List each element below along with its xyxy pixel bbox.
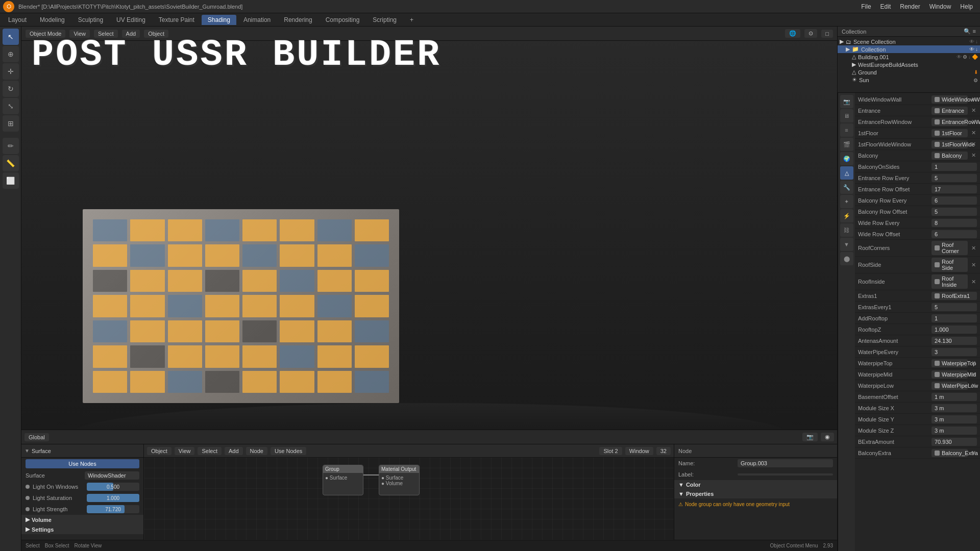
camera-btn[interactable]: 📷: [802, 433, 818, 441]
tab-scripting[interactable]: Scripting: [366, 15, 403, 25]
data-props-btn[interactable]: ▼: [840, 238, 853, 251]
use-nodes-button[interactable]: Use Nodes: [26, 459, 139, 468]
menu-edit[interactable]: Edit: [876, 2, 895, 11]
remove-EntranceRowWindow[interactable]: ✕: [970, 118, 977, 126]
remove-BalconyExtra[interactable]: ✕: [970, 449, 977, 457]
remove-WaterpipeLow[interactable]: ✕: [970, 382, 977, 389]
prop-1stFloorWideWindow: 1stFloorWideWindow 1stFloorWide ✕: [855, 139, 980, 150]
remove-Balcony[interactable]: ✕: [970, 152, 977, 159]
prop-WideRowOffset: Wide Row Offset 6: [855, 229, 980, 240]
remove-1stFloor[interactable]: ✕: [970, 130, 977, 137]
tool-measure[interactable]: 📏: [3, 155, 19, 171]
ne-view-menu[interactable]: View: [175, 447, 195, 455]
surface-value-text[interactable]: WindowShader: [85, 471, 139, 480]
node-box-group[interactable]: Group ● Surface: [323, 465, 363, 495]
label-value[interactable]: [738, 473, 833, 475]
settings-section[interactable]: ▶ Settings: [21, 524, 143, 534]
view-layer-props-btn[interactable]: ≡: [840, 123, 853, 137]
prop-RooftopZ: RooftopZ 1.000: [855, 324, 980, 335]
material-props-btn[interactable]: ⬤: [840, 252, 853, 265]
tool-cursor[interactable]: ⊕: [3, 46, 19, 62]
remove-WideWindowWall[interactable]: ✕: [970, 96, 977, 103]
tab-shading[interactable]: Shading: [202, 15, 236, 25]
properties-section[interactable]: ▼ Properties: [674, 489, 837, 498]
physics-props-btn[interactable]: ⚡: [840, 209, 853, 222]
ne-material[interactable]: Window: [625, 447, 653, 455]
scene-props-btn[interactable]: 🎬: [840, 138, 853, 151]
tab-layout[interactable]: Layout: [2, 15, 33, 25]
outliner-view-icon[interactable]: ≡: [973, 28, 976, 35]
tab-add[interactable]: +: [404, 15, 420, 25]
tool-annotate[interactable]: ✏: [3, 138, 19, 154]
remove-1stFloorWideWindow[interactable]: ✕: [970, 141, 977, 148]
ne-use-nodes[interactable]: Use Nodes: [271, 447, 306, 455]
slider-bar-3[interactable]: 71.720: [87, 505, 139, 513]
tab-sculpting[interactable]: Sculpting: [72, 15, 109, 25]
menu-file[interactable]: File: [857, 2, 875, 11]
remove-Entrance[interactable]: ✕: [970, 107, 977, 114]
tool-add-cube[interactable]: ⬜: [3, 172, 19, 189]
ne-node-menu[interactable]: Node: [246, 447, 267, 455]
tool-move[interactable]: ✛: [3, 63, 19, 80]
slider-bar-1[interactable]: 0.500: [87, 483, 139, 491]
render-props-btn[interactable]: 📷: [840, 95, 853, 108]
menu-render[interactable]: Render: [896, 2, 924, 11]
outliner-item-building[interactable]: △Building.001 👁 ⚙ ↓ 🔶: [838, 53, 980, 61]
slider-label-3: Light Strength: [33, 506, 84, 512]
ne-slot[interactable]: Slot 2: [599, 447, 622, 455]
tab-uv-editing[interactable]: UV Editing: [110, 15, 152, 25]
outliner-item-collection[interactable]: ▶📁Collection 👁 ↓: [838, 45, 980, 53]
prop-Entrance: Entrance Entrance ✕: [855, 105, 980, 116]
color-section[interactable]: ▼ Color: [674, 480, 837, 489]
node-box-output[interactable]: Material Output ● Surface ● Volume: [379, 465, 420, 495]
prop-1stFloor: 1stFloor 1stFloor ✕: [855, 128, 980, 139]
window-cell: [355, 320, 389, 342]
slider-bar-2[interactable]: 1.000: [87, 494, 139, 502]
output-props-btn[interactable]: 🖥: [840, 109, 853, 122]
modifier-props-btn[interactable]: 🔧: [840, 181, 853, 194]
global-selector[interactable]: Global: [24, 433, 49, 441]
color-section-icon: ▼: [678, 482, 684, 488]
outliner-item-scene-collection[interactable]: ▶🗂Scene Collection 👁 ↓: [838, 38, 980, 45]
viewport-xray-btn[interactable]: □: [821, 30, 833, 38]
remove-RoofInside[interactable]: ✕: [970, 278, 977, 285]
name-value[interactable]: Group.003: [738, 459, 833, 467]
node-editor[interactable]: Object View Select Add Node Use Nodes Sl…: [144, 444, 674, 551]
ne-add-menu[interactable]: Add: [225, 447, 243, 455]
tool-select[interactable]: ↖: [3, 29, 19, 45]
window-cell: [355, 371, 389, 393]
tab-modeling[interactable]: Modeling: [34, 15, 71, 25]
remove-RoofCorners[interactable]: ✕: [970, 244, 977, 252]
ne-object-menu[interactable]: Object: [147, 447, 172, 455]
outliner-filter-icon[interactable]: 🔍: [964, 28, 971, 35]
remove-RoofSide[interactable]: ✕: [970, 261, 977, 268]
menu-help[interactable]: Help: [956, 2, 977, 11]
tool-rotate[interactable]: ↻: [3, 81, 19, 97]
object-props-btn[interactable]: △: [840, 166, 853, 180]
constraints-props-btn[interactable]: ⛓: [840, 223, 853, 237]
window-cell: [168, 345, 202, 367]
tab-animation[interactable]: Animation: [237, 15, 277, 25]
tool-transform[interactable]: ⊞: [3, 115, 19, 132]
prop-BalconyRowEvery: Balcony Row Every 6: [855, 195, 980, 206]
viewport-shading-btn[interactable]: 🌐: [785, 29, 800, 38]
ne-select-menu[interactable]: Select: [198, 447, 222, 455]
outliner-item-sun[interactable]: ☀Sun ⚙: [838, 76, 980, 84]
tool-scale[interactable]: ⤡: [3, 98, 19, 114]
render-preview-btn[interactable]: ◉: [821, 433, 834, 441]
tab-compositing[interactable]: Compositing: [320, 15, 366, 25]
world-props-btn[interactable]: 🌍: [840, 152, 853, 165]
tab-texture-paint[interactable]: Texture Paint: [153, 15, 201, 25]
node-editor-canvas[interactable]: Group ● Surface Material Output ● Surfac…: [144, 458, 674, 551]
outliner-item-ground[interactable]: △Ground ⬇: [838, 68, 980, 76]
volume-section[interactable]: ▶ Volume: [21, 515, 143, 524]
node-wire-svg: [144, 444, 674, 551]
particles-props-btn[interactable]: ✦: [840, 195, 853, 208]
tab-rendering[interactable]: Rendering: [278, 15, 318, 25]
viewport-3d[interactable]: POST USSR BUILDER Object Mode View Selec…: [21, 27, 837, 444]
remove-WaterpipeTop[interactable]: ✕: [970, 360, 977, 367]
menu-window[interactable]: Window: [925, 2, 955, 11]
remove-WaterpipeMid[interactable]: ✕: [970, 371, 977, 378]
outliner-item-west-europe[interactable]: ▶WestEuropeBuildAssets: [838, 61, 980, 68]
viewport-overlay-btn[interactable]: ⊙: [804, 29, 817, 38]
